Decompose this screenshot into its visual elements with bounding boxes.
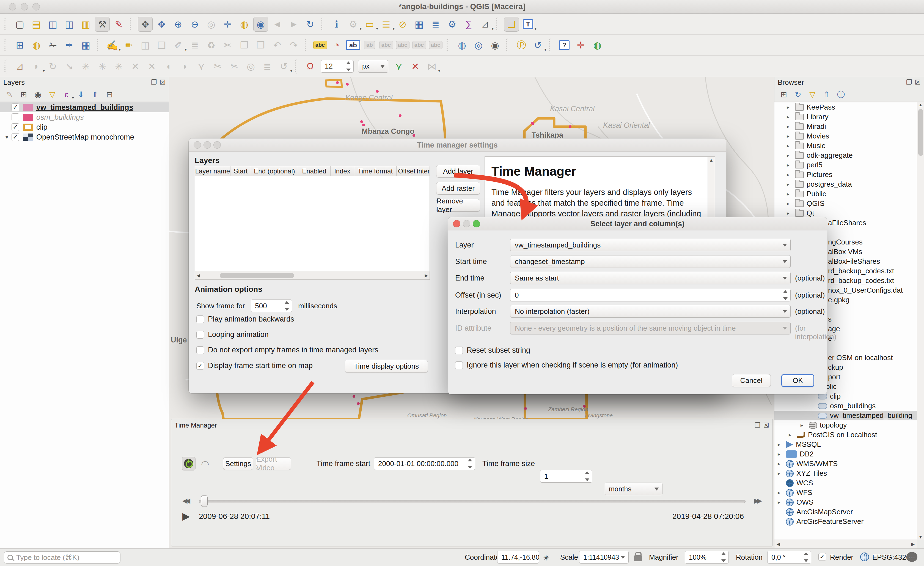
open-project-button[interactable]: ▤: [29, 17, 44, 32]
measure-button[interactable]: ⊿▾: [478, 17, 492, 32]
epsg-label[interactable]: EPSG:4326: [872, 553, 910, 561]
render-checkbox[interactable]: ✓: [818, 553, 826, 561]
browser-item[interactable]: ▸ OWS: [774, 497, 917, 507]
browser-item[interactable]: ▸ Public: [774, 189, 917, 199]
browser-horizontal-scrollbar[interactable]: ◀ ▶: [774, 540, 917, 548]
float-panel-icon[interactable]: ❐: [906, 78, 912, 86]
redo-button[interactable]: ↷: [286, 38, 301, 53]
extents-icon[interactable]: ✴: [543, 553, 550, 563]
scrollbar-thumb[interactable]: [220, 273, 294, 278]
scroll-up-icon[interactable]: ▲: [709, 158, 714, 163]
expand-all-icon[interactable]: ⇓: [75, 89, 87, 101]
search-layers-button[interactable]: ◉: [488, 38, 502, 53]
time-frame-start-input[interactable]: 2000-01-01 00:00:00.000: [374, 457, 475, 470]
layers-table[interactable]: Layer nameStartEnd (optional)EnabledInde…: [195, 166, 430, 271]
snapping-button[interactable]: Ω: [303, 59, 318, 74]
filter-browser-icon[interactable]: ▽: [806, 89, 819, 101]
merge-features-button[interactable]: ✂: [227, 59, 242, 74]
table-horizontal-scrollbar[interactable]: ◀ ▶: [195, 271, 430, 280]
zoom-full-button[interactable]: ✛: [220, 17, 235, 32]
zoom-to-layer-button[interactable]: ◍: [237, 17, 252, 32]
collapse-all-icon[interactable]: ⇑: [820, 89, 833, 101]
open-attribute-table-button[interactable]: ▦: [412, 17, 426, 32]
identify-features-button[interactable]: ℹ: [329, 17, 344, 32]
browser-item[interactable]: ▸ WFS: [774, 488, 917, 497]
tree-caret-icon[interactable]: ▸: [787, 133, 795, 139]
font-unit-select[interactable]: px: [358, 60, 388, 73]
browser-item[interactable]: ▸ Library: [774, 112, 917, 122]
coordinate-input[interactable]: 11.74,-16.80: [497, 551, 539, 563]
toolbar-button[interactable]: [295, 59, 299, 74]
split-features-button[interactable]: ⋎: [194, 59, 209, 74]
browser-item[interactable]: ▸ KeePass: [774, 102, 917, 112]
browser-item[interactable]: ▸ topology: [774, 420, 917, 430]
advanced-digitizing-button[interactable]: ✐▾: [171, 38, 186, 53]
browser-item[interactable]: ▸ Miradi: [774, 122, 917, 131]
time-frame-size-input[interactable]: 1: [540, 470, 592, 483]
rewind-icon[interactable]: ◀◀: [182, 497, 188, 504]
select-by-value-button[interactable]: ☰▾: [379, 17, 393, 32]
toolbar-button[interactable]: [130, 17, 134, 32]
tree-caret-icon[interactable]: ▸: [778, 499, 786, 506]
tree-caret-icon[interactable]: ▸: [778, 461, 786, 467]
tree-caret-icon[interactable]: ▸: [787, 162, 795, 168]
browser-item[interactable]: ▸ XYZ Tiles: [774, 468, 917, 478]
toolbar-button[interactable]: [305, 38, 309, 52]
tree-caret-icon[interactable]: ▸: [787, 114, 795, 120]
close-panel-icon[interactable]: ☒: [159, 78, 165, 86]
delete-ring-button[interactable]: ✕: [128, 59, 143, 74]
end-time-select[interactable]: Same as start: [510, 272, 790, 285]
vertex-crosshair-button[interactable]: ✛: [573, 38, 588, 53]
toolbar-button[interactable]: [506, 38, 510, 52]
rotate-label-button[interactable]: abc: [412, 38, 426, 53]
crs-globe-icon[interactable]: [860, 552, 869, 561]
layer-select[interactable]: vw_timestamped_buildings: [510, 239, 790, 251]
new-feature-button[interactable]: ❑: [154, 38, 169, 53]
rotate-point-symbols-button[interactable]: ↺▾: [276, 59, 291, 74]
checkbox[interactable]: [196, 331, 204, 339]
table-column-header[interactable]: Start: [231, 166, 251, 176]
delete-part-button[interactable]: ✕: [144, 59, 159, 74]
fill-ring-button[interactable]: ✳: [111, 59, 126, 74]
zoom-native-button[interactable]: ◎: [204, 17, 219, 32]
tree-caret-icon[interactable]: ▸: [787, 191, 795, 197]
expression-filter-icon[interactable]: ε▾: [60, 89, 73, 101]
float-panel-icon[interactable]: ❐: [754, 421, 760, 429]
rotation-input[interactable]: 0,0 °: [767, 551, 811, 563]
delete-selected-button[interactable]: ♻: [204, 38, 219, 53]
layer-diagram-button[interactable]: ◔: [329, 38, 344, 53]
show-hide-labels-button[interactable]: abc: [379, 38, 393, 53]
quickmap-services-button[interactable]: ◍: [590, 38, 605, 53]
locator-search-input[interactable]: Type to locate (⌘K): [4, 551, 120, 563]
metasearch-add-button[interactable]: ◍: [454, 38, 470, 53]
checkbox[interactable]: [196, 316, 204, 323]
modify-attributes-button[interactable]: ≣: [187, 38, 202, 53]
zoom-out-button[interactable]: ⊖: [187, 17, 202, 32]
browser-item[interactable]: ▸ perl5: [774, 160, 917, 170]
browser-item[interactable]: ArcGisMapServer: [774, 507, 917, 517]
add-layer-button[interactable]: Add layer: [436, 165, 480, 178]
table-column-header[interactable]: Interpola: [417, 166, 429, 176]
add-vector-layer-button[interactable]: ✁: [45, 38, 60, 53]
add-virtual-layer-button[interactable]: ▦: [78, 38, 93, 53]
toolbar-button[interactable]: [4, 17, 9, 32]
avoid-intersections-button[interactable]: ✕: [408, 59, 423, 74]
ignore-layer-checkbox[interactable]: [455, 361, 463, 369]
tree-caret-icon[interactable]: ▸: [787, 181, 795, 187]
float-panel-icon[interactable]: ❐: [151, 78, 157, 86]
browser-item[interactable]: ▸ QGIS: [774, 199, 917, 208]
rotate-feature-button[interactable]: ↻: [45, 59, 60, 74]
copy-features-button[interactable]: ❒: [237, 38, 252, 53]
play-button[interactable]: ▶: [182, 510, 190, 522]
paste-features-button[interactable]: ❒: [253, 38, 268, 53]
layer-row[interactable]: ✓ vw_timestamped_buildings: [0, 102, 169, 112]
browser-item[interactable]: ▸ Pictures: [774, 170, 917, 179]
layer-visibility-checkbox[interactable]: ✓: [12, 123, 19, 131]
time-slider-track[interactable]: [199, 500, 746, 503]
browser-item[interactable]: osm_buildings: [774, 401, 917, 411]
export-video-button[interactable]: Export Video: [256, 457, 291, 470]
browser-item[interactable]: ▸ Music: [774, 141, 917, 151]
layer-visibility-checkbox[interactable]: ✓: [12, 104, 19, 111]
browser-item[interactable]: ▸ DB2: [774, 449, 917, 459]
table-column-header[interactable]: Index: [330, 166, 354, 176]
